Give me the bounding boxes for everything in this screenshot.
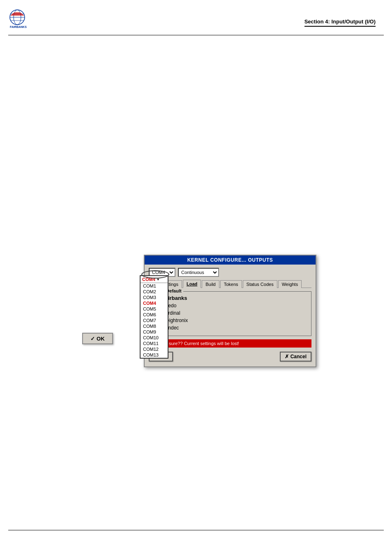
port-mode-row: COM4 Continuous (149, 268, 311, 277)
dialog-title-bar: KERNEL CONFIGURE... OUTPUTS (145, 256, 316, 265)
radio-fairbanks[interactable]: Fairbanks (154, 295, 306, 301)
com-option-com9[interactable]: COM9 (141, 329, 168, 335)
com-option-com6[interactable]: COM6 (141, 312, 168, 318)
com-option-com10[interactable]: COM10 (141, 335, 168, 341)
tab-build[interactable]: Build (202, 280, 219, 288)
fairbanks-logo-icon: FAIRBANKS (8, 8, 33, 31)
com-option-com5[interactable]: COM5 (141, 306, 168, 312)
com-option-com3[interactable]: COM3 (141, 295, 168, 300)
ok-standalone-button[interactable]: ✓ OK (82, 333, 113, 344)
page-header: FAIRBANKS Section 4: Input/Output (I/O) (8, 8, 384, 31)
radio-weightronix[interactable]: Weightronix (154, 318, 306, 323)
radio-condec[interactable]: Condec (154, 325, 306, 331)
com-option-com2[interactable]: COM2 (141, 289, 168, 295)
mode-select[interactable]: Continuous (178, 268, 219, 277)
load-default-group: Load Default Fairbanks Toledo Cardinal W… (149, 291, 311, 336)
com-option-com8[interactable]: COM8 (141, 323, 168, 329)
com-option-com1[interactable]: COM1 (141, 283, 168, 289)
tab-status-codes[interactable]: Status Codes (243, 280, 277, 288)
com-option-com11[interactable]: COM11 (141, 341, 168, 346)
footer-divider (8, 530, 384, 530)
com-dropdown-selected-label: COM4 (142, 277, 155, 282)
svg-text:FAIRBANKS: FAIRBANKS (10, 25, 27, 28)
com-option-com7[interactable]: COM7 (141, 318, 168, 323)
dropdown-arrow-icon: ▼ (157, 278, 160, 281)
tab-load[interactable]: Load (183, 280, 201, 288)
dialog-button-row: ✓ OK ✗ Cancel (149, 350, 311, 363)
logo: FAIRBANKS (8, 8, 33, 31)
com-port-dropdown[interactable]: COM4 ▼ COM1 COM2 COM3 COM4 COM5 COM6 COM… (140, 275, 168, 359)
section-title: Section 4: Input/Output (I/O) (304, 18, 376, 27)
com-dropdown-header-row[interactable]: COM4 ▼ (141, 276, 168, 283)
radio-cardinal[interactable]: Cardinal (154, 310, 306, 316)
com-option-com13[interactable]: COM13 (141, 352, 168, 358)
com-option-com12[interactable]: COM12 (141, 346, 168, 352)
com-option-com4[interactable]: COM4 (141, 300, 168, 306)
tab-tokens[interactable]: Tokens (220, 280, 242, 288)
tab-weights[interactable]: Weights (278, 280, 302, 288)
dialog-body: COM4 Continuous Port Settings Load Build… (145, 265, 316, 366)
kernel-configure-dialog: KERNEL CONFIGURE... OUTPUTS COM4 Continu… (144, 255, 316, 367)
header-divider (8, 35, 384, 35)
confirm-warning: Are you sure?? Current settings will be … (149, 339, 311, 348)
dialog-cancel-button[interactable]: ✗ Cancel (280, 352, 311, 362)
dialog-tabs: Port Settings Load Build Tokens Status C… (149, 279, 311, 288)
radio-toledo[interactable]: Toledo (154, 303, 306, 309)
